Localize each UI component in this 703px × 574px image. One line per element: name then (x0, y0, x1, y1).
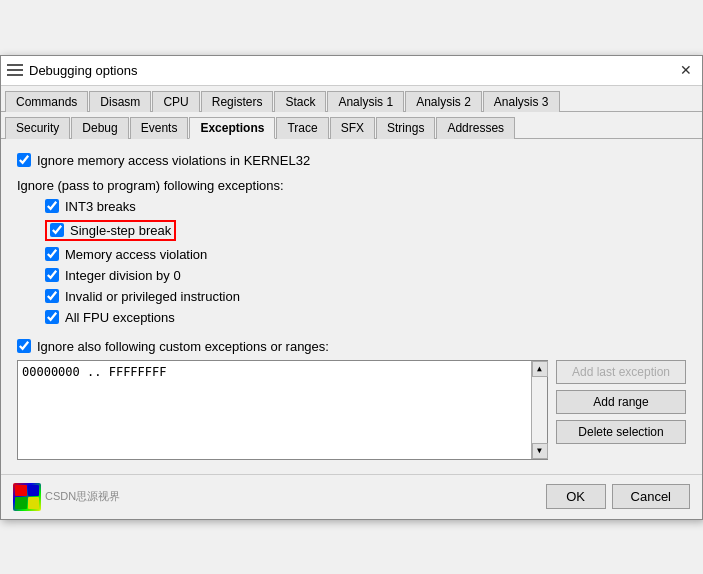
add-range-button[interactable]: Add range (556, 390, 686, 414)
ignore-kernel32-label: Ignore memory access violations in KERNE… (37, 153, 310, 168)
ignore-kernel32-checkbox[interactable] (17, 153, 31, 167)
tab-stack[interactable]: Stack (274, 91, 326, 112)
exceptions-list-content: 00000000 .. FFFFFFFF (22, 365, 543, 455)
list-item: Integer division by 0 (45, 268, 686, 283)
invalid-instruction-label: Invalid or privileged instruction (65, 289, 240, 304)
window-icon (7, 62, 23, 78)
tab-analysis1[interactable]: Analysis 1 (327, 91, 404, 112)
tab-registers[interactable]: Registers (201, 91, 274, 112)
debugging-options-window: Debugging options ✕ Commands Disasm CPU … (0, 55, 703, 520)
list-item: Invalid or privileged instruction (45, 289, 686, 304)
int-division-label: Integer division by 0 (65, 268, 181, 283)
logo-square-yellow (28, 497, 40, 509)
exceptions-area: 00000000 .. FFFFFFFF ▲ ▼ Add last except… (17, 360, 686, 460)
custom-exceptions-checkbox[interactable] (17, 339, 31, 353)
cancel-button[interactable]: Cancel (612, 484, 690, 509)
close-button[interactable]: ✕ (676, 60, 696, 80)
tab-strings[interactable]: Strings (376, 117, 435, 139)
int3-label: INT3 breaks (65, 199, 136, 214)
scrollbar[interactable]: ▲ ▼ (531, 361, 547, 459)
custom-exceptions-label: Ignore also following custom exceptions … (37, 339, 329, 354)
window-title: Debugging options (29, 63, 676, 78)
ok-button[interactable]: OK (546, 484, 606, 509)
logo-square-blue (28, 485, 40, 497)
content-panel: Ignore memory access violations in KERNE… (1, 139, 702, 474)
tab-debug[interactable]: Debug (71, 117, 128, 139)
tab-security[interactable]: Security (5, 117, 70, 139)
list-item: All FPU exceptions (45, 310, 686, 325)
tab-trace[interactable]: Trace (276, 117, 328, 139)
list-item: Single-step break (45, 220, 686, 241)
int-division-checkbox[interactable] (45, 268, 59, 282)
invalid-instruction-checkbox[interactable] (45, 289, 59, 303)
delete-selection-button[interactable]: Delete selection (556, 420, 686, 444)
ignore-kernel32-row: Ignore memory access violations in KERNE… (17, 153, 686, 168)
single-step-checkbox[interactable] (50, 223, 64, 237)
logo-icon (13, 483, 41, 511)
fpu-exceptions-label: All FPU exceptions (65, 310, 175, 325)
fpu-exceptions-checkbox[interactable] (45, 310, 59, 324)
memory-access-checkbox[interactable] (45, 247, 59, 261)
tab-commands[interactable]: Commands (5, 91, 88, 112)
single-step-highlighted: Single-step break (45, 220, 176, 241)
logo-square-green (15, 497, 27, 509)
footer: CSDN思源视界 OK Cancel (1, 474, 702, 519)
list-item: Memory access violation (45, 247, 686, 262)
custom-exceptions-section: Ignore also following custom exceptions … (17, 339, 686, 460)
logo-square-red (15, 485, 27, 497)
exception-entry: 00000000 .. FFFFFFFF (22, 365, 543, 379)
footer-left: CSDN思源视界 (13, 483, 540, 511)
list-item: INT3 breaks (45, 199, 686, 214)
tab-row-1: Commands Disasm CPU Registers Stack Anal… (1, 86, 702, 112)
tab-cpu[interactable]: CPU (152, 91, 199, 112)
ignore-section-label: Ignore (pass to program) following excep… (17, 178, 686, 193)
tab-sfx[interactable]: SFX (330, 117, 375, 139)
tab-disasm[interactable]: Disasm (89, 91, 151, 112)
exceptions-list[interactable]: 00000000 .. FFFFFFFF ▲ ▼ (17, 360, 548, 460)
watermark-text: CSDN思源视界 (45, 489, 120, 504)
tab-events[interactable]: Events (130, 117, 189, 139)
title-bar: Debugging options ✕ (1, 56, 702, 86)
exception-buttons: Add last exception Add range Delete sele… (556, 360, 686, 460)
scroll-down-arrow[interactable]: ▼ (532, 443, 548, 459)
tab-analysis2[interactable]: Analysis 2 (405, 91, 482, 112)
exception-items-list: INT3 breaks Single-step break Memory acc… (17, 199, 686, 325)
tab-analysis3[interactable]: Analysis 3 (483, 91, 560, 112)
tab-addresses[interactable]: Addresses (436, 117, 515, 139)
tab-row-2: Security Debug Events Exceptions Trace S… (1, 112, 702, 139)
custom-exceptions-row: Ignore also following custom exceptions … (17, 339, 686, 354)
add-last-exception-button[interactable]: Add last exception (556, 360, 686, 384)
memory-access-label: Memory access violation (65, 247, 207, 262)
scroll-up-arrow[interactable]: ▲ (532, 361, 548, 377)
int3-checkbox[interactable] (45, 199, 59, 213)
single-step-label: Single-step break (70, 223, 171, 238)
tab-exceptions[interactable]: Exceptions (189, 117, 275, 139)
